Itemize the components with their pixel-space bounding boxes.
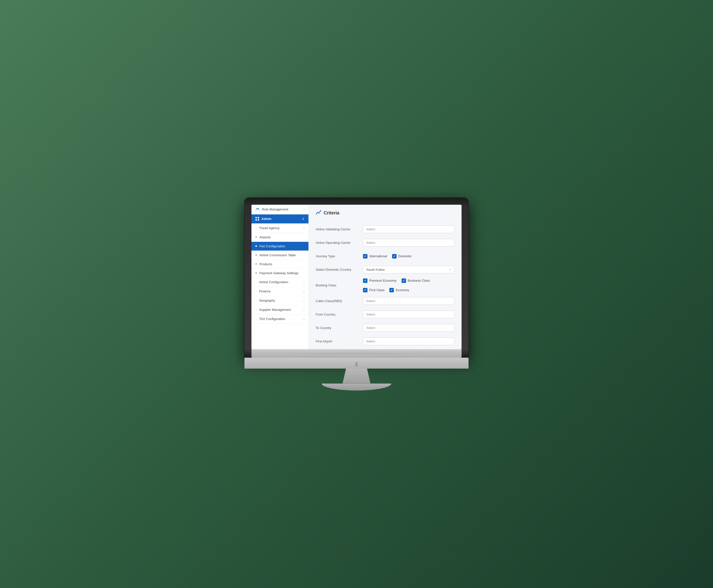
premium-economy-checkbox-item[interactable]: Premium Economy — [363, 278, 396, 283]
dash-icon: - — [255, 308, 257, 312]
form-row-cabin-class: Cabin Class(RBD) Select — [316, 296, 455, 306]
arrow-icon: › — [303, 290, 304, 293]
bullet-icon — [255, 236, 257, 238]
sidebar-item-airports[interactable]: Airports — [252, 233, 308, 242]
domestic-country-control: Saudi Arabia ▼ — [363, 266, 455, 273]
sidebar-item-tax-configuration[interactable]: - TAX Configuration › — [252, 315, 308, 324]
sidebar-item-payment-gateway[interactable]: Payment Gateway Settings — [252, 269, 308, 278]
form-row-to-country: To Country Select — [316, 323, 455, 333]
dash-icon: - — [255, 280, 257, 284]
booking-class-label: Booking Class — [316, 284, 363, 287]
sidebar-item-label: Airports — [259, 235, 271, 239]
imac-stand-base — [322, 383, 391, 391]
sidebar-item-label: Role Management — [262, 207, 288, 211]
journey-type-checkbox-group: International Domestic — [363, 254, 455, 258]
sidebar-item-label: Payment Gateway Settings — [259, 271, 299, 275]
form-row-operating-carrier: Airline Operating Carrier Select — [316, 238, 455, 248]
imac-wrapper: Role Management › Admin ∨ — [244, 198, 469, 391]
economy-checkbox[interactable] — [389, 288, 394, 292]
sidebar-item-airline-configuration[interactable]: - Airline Configuration › — [252, 278, 308, 287]
from-country-label: From Country — [316, 313, 363, 316]
business-class-checkbox-item[interactable]: Business Class — [402, 278, 430, 283]
chevron-down-icon: ∨ — [302, 217, 304, 220]
operating-carrier-label: Airline Operating Carrier — [316, 241, 363, 245]
dash-icon: - — [255, 289, 257, 293]
app-layout: Role Management › Admin ∨ — [252, 205, 461, 349]
sidebar-item-label: Fee Configuration — [259, 244, 285, 248]
domestic-country-select[interactable]: Saudi Arabia ▼ — [363, 266, 455, 273]
sidebar-item-airline-commission[interactable]: Airline Commission Table — [252, 251, 308, 260]
criteria-form: Airline Validating Carrier Select Airlin… — [316, 225, 455, 349]
cabin-class-label: Cabin Class(RBD) — [316, 299, 363, 303]
first-airport-label: First Airport — [316, 339, 363, 343]
imac-screen-bezel: Role Management › Admin ∨ — [244, 198, 469, 358]
to-country-label: To Country — [316, 326, 363, 330]
first-class-checkbox-item[interactable]: First Class — [363, 288, 384, 292]
page-title: Criteria — [324, 210, 339, 216]
bullet-icon — [255, 263, 257, 265]
bullet-icon — [255, 254, 257, 256]
sidebar-item-fee-configuration[interactable]: Fee Configuration — [252, 242, 308, 251]
admin-dots-icon — [255, 217, 259, 221]
sidebar-item-label: Finance — [259, 289, 271, 293]
validating-carrier-control: Select — [363, 225, 455, 233]
sidebar: Role Management › Admin ∨ — [252, 205, 309, 349]
form-row-first-airport: First Airport Select — [316, 337, 455, 346]
to-country-control: Select — [363, 324, 455, 332]
sidebar-item-label: Airline Configuration — [259, 280, 288, 284]
page-header: Criteria — [316, 210, 455, 220]
chart-icon — [316, 210, 321, 216]
premium-economy-checkbox[interactable] — [363, 278, 367, 283]
from-country-select[interactable]: Select — [363, 311, 455, 318]
journey-type-label: Journey Type — [316, 254, 363, 258]
sidebar-item-admin[interactable]: Admin ∨ — [252, 214, 308, 224]
sidebar-item-travel-agency[interactable]: - Travel Agency › — [252, 224, 308, 233]
business-class-checkbox[interactable] — [402, 278, 406, 283]
arrow-icon: › — [303, 208, 304, 211]
sidebar-item-label: Geography — [259, 299, 275, 302]
international-checkbox-item[interactable]: International — [363, 254, 387, 258]
first-class-checkbox[interactable] — [363, 288, 367, 292]
form-row-domestic-country: Select Domestic Country Saudi Arabia ▼ — [316, 265, 455, 274]
validating-carrier-select[interactable]: Select — [363, 225, 455, 233]
domestic-checkbox-item[interactable]: Domestic — [392, 254, 412, 258]
form-row-from-country: From Country Select — [316, 310, 455, 319]
imac-screen: Role Management › Admin ∨ — [252, 205, 461, 349]
economy-checkbox-item[interactable]: Economy — [389, 288, 409, 292]
role-icon — [255, 207, 260, 212]
form-row-booking-class: Booking Class Premium Economy — [316, 278, 455, 292]
form-row-journey-type: Journey Type International Do — [316, 252, 455, 261]
imac-chin-line — [272, 353, 440, 354]
business-class-label: Business Class — [408, 279, 430, 282]
sidebar-item-label: Supplier Management — [259, 308, 291, 312]
booking-class-control: Premium Economy Business Class First Cla… — [363, 278, 455, 292]
form-row-validating-carrier: Airline Validating Carrier Select — [316, 225, 455, 234]
operating-carrier-select[interactable]: Select — [363, 239, 455, 247]
imac-stand-neck — [339, 369, 374, 383]
to-country-select[interactable]: Select — [363, 324, 455, 332]
domestic-country-label: Select Domestic Country — [316, 268, 363, 271]
first-airport-select[interactable]: Select — [363, 337, 455, 345]
economy-label: Economy — [395, 288, 409, 292]
cabin-class-select[interactable]: Select — [363, 297, 455, 305]
sidebar-item-finance[interactable]: - Finance › — [252, 287, 308, 296]
sidebar-item-label: Airline Commission Table — [259, 253, 296, 257]
sidebar-item-geography[interactable]: - Geography › — [252, 296, 308, 305]
sidebar-item-role-management[interactable]: Role Management › — [252, 205, 308, 214]
domestic-checkbox[interactable] — [392, 254, 396, 258]
validating-carrier-label: Airline Validating Carrier — [316, 227, 363, 231]
arrow-icon: › — [303, 317, 304, 320]
international-label: International — [369, 254, 387, 258]
arrow-icon: › — [303, 281, 304, 284]
apple-logo-icon:  — [355, 361, 358, 368]
main-content: Criteria Airline Validating Carrier Sele… — [309, 205, 461, 349]
operating-carrier-control: Select — [363, 239, 455, 247]
dash-icon: - — [255, 299, 257, 302]
domestic-country-value: Saudi Arabia — [366, 268, 385, 271]
sidebar-item-products[interactable]: Products — [252, 260, 308, 269]
first-class-label: First Class — [369, 288, 384, 292]
international-checkbox[interactable] — [363, 254, 367, 258]
booking-class-checkbox-group: Premium Economy Business Class First Cla… — [363, 278, 455, 292]
sidebar-item-label: Admin — [261, 217, 272, 220]
sidebar-item-supplier-management[interactable]: - Supplier Management › — [252, 305, 308, 315]
